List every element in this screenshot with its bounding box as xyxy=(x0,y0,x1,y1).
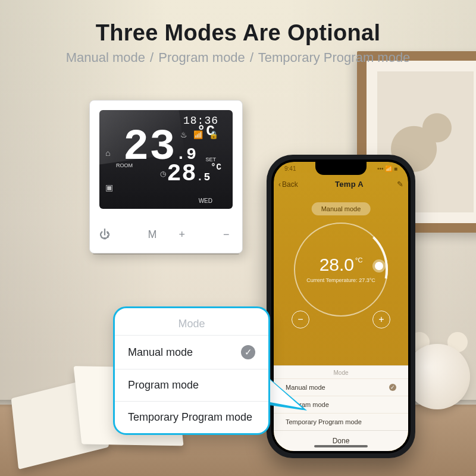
home-indicator[interactable] xyxy=(314,445,368,447)
status-icon-row: ♨ 📶 🔒 xyxy=(180,130,218,139)
thermostat-screen: 18:36 ⌂ ▣ ROOM 23.9°C ♨ 📶 🔒 ◷ SET 28.5°C… xyxy=(99,110,233,209)
callout-title: Mode xyxy=(115,308,268,335)
mode-button[interactable]: M xyxy=(148,228,157,241)
target-temperature: 28.0°C xyxy=(294,255,388,275)
edit-icon[interactable]: ✎ xyxy=(387,180,403,189)
subtitle-mode-1: Manual mode xyxy=(66,50,145,65)
set-temp-int: 28 xyxy=(167,161,197,187)
temp-down-button[interactable]: − xyxy=(223,228,230,241)
current-temperature: Current Temperature: 27.3°C xyxy=(294,277,388,283)
schedule-icon: ◷ xyxy=(160,170,166,178)
mode-subtitle: Manual mode / Program mode / Temporary P… xyxy=(0,50,476,65)
subtitle-mode-3: Temporary Program mode xyxy=(258,50,411,65)
status-indicators: ••• 📶 ■ xyxy=(377,165,397,176)
decrease-button[interactable]: − xyxy=(292,311,309,328)
heating-icon: ▣ xyxy=(105,183,113,192)
increase-button[interactable]: + xyxy=(372,311,390,328)
product-banner: Three Modes Are Optional Manual mode / P… xyxy=(0,0,476,476)
separator: / xyxy=(150,50,154,65)
status-time: 9:41 xyxy=(284,165,296,176)
separator: / xyxy=(250,50,253,65)
temperature-dial[interactable]: 28.0°C Current Temperature: 27.3°C xyxy=(294,223,388,317)
app-title: Temp A xyxy=(312,180,387,189)
set-temp-unit: °C xyxy=(211,162,222,172)
callout-option-label: Manual mode xyxy=(128,346,193,359)
callout-option-temporary[interactable]: Temporary Program mode xyxy=(115,401,268,433)
subtitle-mode-2: Program mode xyxy=(158,50,245,65)
back-button[interactable]: ‹ Back xyxy=(278,180,312,189)
home-icon: ⌂ xyxy=(105,148,110,158)
weekday: WED xyxy=(199,198,212,204)
mode-chip[interactable]: Manual mode xyxy=(312,202,371,215)
callout-option-label: Temporary Program mode xyxy=(128,411,252,424)
back-label: Back xyxy=(282,180,298,189)
check-icon: ✓ xyxy=(241,345,255,359)
chevron-left-icon: ‹ xyxy=(278,180,281,189)
wifi-icon: 📶 xyxy=(193,130,203,139)
current-temp-value: 27.3°C xyxy=(359,277,375,283)
target-temp-unit: °C xyxy=(355,256,362,264)
mode-callout: Mode Manual mode ✓ Program mode Temporar… xyxy=(113,306,270,435)
callout-option-manual[interactable]: Manual mode ✓ xyxy=(115,335,268,369)
target-temp-value: 28.0 xyxy=(320,255,354,274)
check-icon: ✓ xyxy=(389,384,396,391)
phone-notch xyxy=(315,162,367,175)
lock-icon: 🔒 xyxy=(209,130,218,139)
current-temp-label: Current Temperature: xyxy=(306,277,357,283)
callout-option-program[interactable]: Program mode xyxy=(115,369,268,401)
flame-icon: ♨ xyxy=(180,130,187,139)
done-button[interactable]: Done xyxy=(274,430,408,451)
temp-up-button[interactable]: + xyxy=(178,228,185,241)
power-button[interactable]: ⏻ xyxy=(99,228,110,241)
wall-thermostat: 18:36 ⌂ ▣ ROOM 23.9°C ♨ 📶 🔒 ◷ SET 28.5°C… xyxy=(89,100,243,253)
set-label: SET xyxy=(205,156,216,162)
callout-option-label: Program mode xyxy=(128,379,199,392)
headline: Three Modes Are Optional xyxy=(0,20,476,46)
set-temp-dec: .5 xyxy=(197,171,211,183)
set-temperature: 28.5°C xyxy=(167,162,222,186)
